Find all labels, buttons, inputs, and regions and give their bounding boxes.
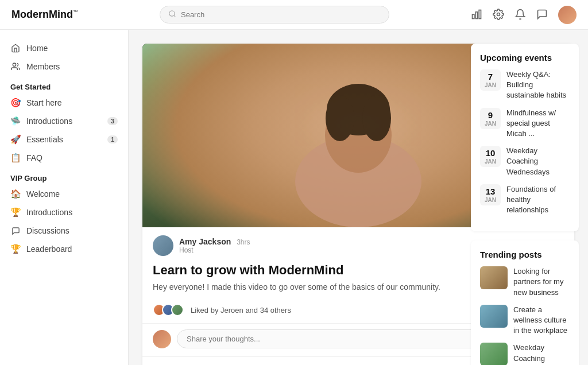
liked-avatar-3 bbox=[171, 304, 184, 316]
sidebar-discussions-label: Discussions bbox=[26, 226, 118, 235]
vip-introductions-icon: 🏆 bbox=[10, 207, 21, 218]
event-date-box-0: 7 JAN bbox=[480, 69, 501, 91]
trending-posts-title: Trending posts bbox=[480, 250, 570, 259]
introductions-badge: 3 bbox=[107, 117, 118, 125]
event-list: 7 JAN Weekly Q&A: Building sustainable h… bbox=[480, 69, 570, 215]
search-bar[interactable] bbox=[160, 6, 389, 24]
event-day-2: 10 bbox=[486, 148, 496, 158]
svg-rect-4 bbox=[479, 10, 481, 18]
svg-rect-2 bbox=[472, 14, 474, 19]
app-logo: ModernMind™ bbox=[11, 9, 78, 21]
members-icon bbox=[10, 61, 21, 72]
get-started-section-header: Get Started bbox=[0, 76, 128, 94]
event-day-1: 9 bbox=[488, 110, 493, 121]
event-day-3: 13 bbox=[486, 187, 496, 197]
chart-icon[interactable] bbox=[471, 9, 483, 21]
sidebar-item-introductions[interactable]: 🛸 Introductions 3 bbox=[0, 112, 128, 130]
home-icon bbox=[10, 43, 21, 53]
author-info: Amy Jackson 3hrs Host bbox=[179, 237, 250, 254]
event-title-3: Foundations of healthy relationships bbox=[506, 184, 570, 216]
trending-title-0: Looking for partners for my new business bbox=[513, 266, 570, 298]
current-user-avatar bbox=[153, 330, 171, 348]
discussions-icon bbox=[10, 226, 21, 236]
trending-list: Looking for partners for my new business… bbox=[480, 266, 570, 365]
user-avatar[interactable] bbox=[558, 6, 577, 24]
sidebar-item-welcome[interactable]: 🏠 Welcome bbox=[0, 185, 128, 203]
event-month-0: JAN bbox=[485, 82, 496, 88]
event-date-box-3: 13 JAN bbox=[480, 184, 501, 205]
sidebar-leaderboard-label: Leaderboard bbox=[26, 244, 118, 254]
sidebar-members-label: Members bbox=[26, 62, 118, 71]
svg-point-6 bbox=[13, 63, 16, 66]
author-avatar bbox=[153, 235, 173, 256]
sidebar-start-label: Start here bbox=[26, 98, 118, 107]
trending-thumb-0 bbox=[480, 266, 508, 289]
author-name-time: Amy Jackson 3hrs bbox=[179, 237, 250, 246]
event-title-1: Mindfulness w/ special guest Micah ... bbox=[506, 108, 570, 139]
svg-point-0 bbox=[169, 11, 175, 16]
gear-icon[interactable] bbox=[493, 9, 505, 21]
sidebar-introductions-label: Introductions bbox=[26, 117, 102, 126]
svg-point-11 bbox=[362, 95, 391, 141]
sidebar-item-start-here[interactable]: 🎯 Start here bbox=[0, 94, 128, 112]
sidebar-vip-intro-label: Introductions bbox=[26, 208, 118, 217]
sidebar-item-vip-introductions[interactable]: 🏆 Introductions bbox=[0, 203, 128, 222]
essentials-badge: 1 bbox=[107, 135, 118, 143]
sidebar-item-essentials[interactable]: 🚀 Essentials 1 bbox=[0, 130, 128, 149]
sidebar-item-leaderboard[interactable]: 🏆 Leaderboard bbox=[0, 240, 128, 258]
sidebar-faq-label: FAQ bbox=[26, 153, 118, 162]
event-day-0: 7 bbox=[488, 72, 493, 82]
svg-line-1 bbox=[174, 15, 176, 17]
sidebar-item-faq[interactable]: 📋 FAQ bbox=[0, 149, 128, 167]
author-name: Amy Jackson bbox=[179, 237, 231, 246]
sidebar-welcome-label: Welcome bbox=[26, 189, 118, 199]
sidebar-item-discussions[interactable]: Discussions bbox=[0, 222, 128, 240]
event-title-2: Weekday Coaching Wednesdays bbox=[506, 146, 570, 177]
vip-group-section-header: VIP Group bbox=[0, 167, 128, 185]
svg-rect-3 bbox=[475, 11, 477, 18]
trending-title-2: Weekday Coaching Wednesdays bbox=[513, 343, 570, 365]
comments-count: 34 Comments bbox=[153, 363, 209, 365]
essentials-icon: 🚀 bbox=[10, 134, 21, 145]
search-input[interactable] bbox=[181, 10, 381, 19]
introductions-icon: 🛸 bbox=[10, 116, 21, 126]
trending-item-2[interactable]: Weekday Coaching Wednesdays bbox=[480, 343, 570, 365]
bell-icon[interactable] bbox=[514, 9, 527, 21]
event-month-1: JAN bbox=[485, 121, 496, 127]
event-date-box-2: 10 JAN bbox=[480, 146, 501, 167]
top-navigation: ModernMind™ bbox=[0, 0, 588, 30]
person-silhouette bbox=[261, 67, 456, 227]
trending-thumb-1 bbox=[480, 305, 508, 328]
welcome-icon: 🏠 bbox=[10, 189, 21, 199]
right-sidebar: Upcoming events 7 JAN Weekly Q&A: Buildi… bbox=[462, 30, 588, 365]
liked-text: Liked by Jeroen and 34 others bbox=[191, 306, 291, 314]
upcoming-events-widget: Upcoming events 7 JAN Weekly Q&A: Buildi… bbox=[471, 44, 579, 231]
liked-area: Liked by Jeroen and 34 others bbox=[153, 304, 291, 316]
liked-avatars bbox=[153, 304, 180, 316]
sidebar-item-members[interactable]: Members bbox=[0, 57, 128, 76]
svg-point-5 bbox=[497, 13, 500, 15]
trending-thumb-2 bbox=[480, 343, 508, 365]
post-time: 3hrs bbox=[237, 238, 250, 246]
trending-posts-widget: Trending posts Looking for partners for … bbox=[471, 240, 579, 365]
start-here-icon: 🎯 bbox=[10, 98, 21, 108]
event-item-3: 13 JAN Foundations of healthy relationsh… bbox=[480, 184, 570, 216]
event-item-1: 9 JAN Mindfulness w/ special guest Micah… bbox=[480, 108, 570, 139]
messages-icon[interactable] bbox=[536, 9, 549, 21]
sidebar-item-home[interactable]: Home bbox=[0, 39, 128, 57]
trending-item-1[interactable]: Create a wellness culture in the workpla… bbox=[480, 305, 570, 336]
event-title-0: Weekly Q&A: Building sustainable habits bbox=[506, 69, 570, 101]
leaderboard-icon: 🏆 bbox=[10, 244, 21, 254]
event-item-2: 10 JAN Weekday Coaching Wednesdays bbox=[480, 146, 570, 177]
event-item-0: 7 JAN Weekly Q&A: Building sustainable h… bbox=[480, 69, 570, 101]
trending-item-0[interactable]: Looking for partners for my new business bbox=[480, 266, 570, 298]
sidebar-home-label: Home bbox=[26, 44, 118, 53]
sidebar: Home Members Get Started 🎯 Start here 🛸 … bbox=[0, 30, 129, 365]
app-layout: Home Members Get Started 🎯 Start here 🛸 … bbox=[0, 30, 588, 365]
post-role: Host bbox=[179, 246, 250, 254]
event-month-2: JAN bbox=[485, 158, 496, 165]
topnav-icon-group bbox=[471, 6, 577, 24]
search-icon bbox=[168, 10, 176, 20]
event-date-box-1: 9 JAN bbox=[480, 108, 501, 129]
sidebar-essentials-label: Essentials bbox=[26, 135, 102, 144]
